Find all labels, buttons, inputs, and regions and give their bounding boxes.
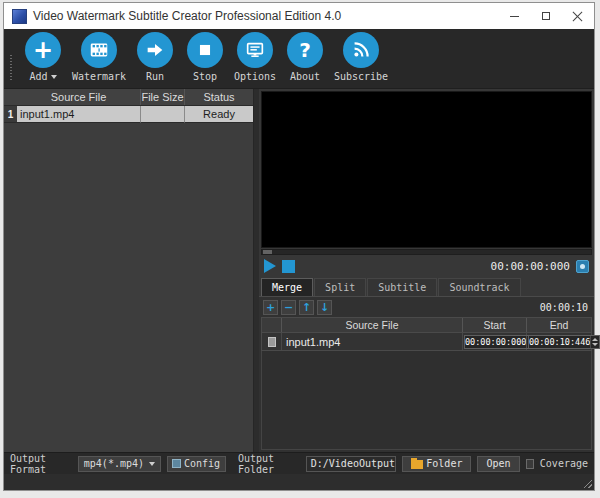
- main-toolbar: + Add Watermark Run: [4, 29, 594, 89]
- end-time-spinbox[interactable]: 00:00:10:446: [527, 333, 591, 350]
- minimize-button[interactable]: [498, 3, 530, 29]
- move-down-button[interactable]: ↓: [317, 300, 332, 315]
- start-time-value[interactable]: 00:00:00:000: [465, 337, 526, 347]
- watermark-button[interactable]: Watermark: [70, 32, 128, 82]
- coverage-label: Coverage: [540, 458, 588, 469]
- close-icon: [573, 11, 583, 21]
- open-button[interactable]: Open: [477, 456, 519, 472]
- start-time-spinbox[interactable]: 00:00:00:000: [463, 333, 527, 350]
- remove-item-button[interactable]: −: [281, 300, 296, 315]
- run-button[interactable]: Run: [132, 32, 178, 82]
- column-status[interactable]: Status: [185, 89, 253, 105]
- file-list-row[interactable]: 1 input1.mp4 Ready: [4, 106, 253, 123]
- output-bar: Output Format mp4(*.mp4) Config Output F…: [4, 452, 594, 474]
- minimize-icon: [510, 16, 519, 17]
- config-icon: [172, 459, 181, 468]
- status-strip: [4, 474, 594, 490]
- add-item-button[interactable]: +: [263, 300, 278, 315]
- folder-button[interactable]: Folder: [402, 456, 471, 472]
- window-title: Video Watermark Subtitle Creator Profess…: [33, 9, 341, 23]
- dropdown-caret-icon: [51, 75, 57, 79]
- cell-file-size[interactable]: [141, 106, 185, 123]
- app-icon: [12, 9, 27, 24]
- tab-subtitle[interactable]: Subtitle: [367, 278, 437, 296]
- add-button[interactable]: + Add: [20, 32, 66, 82]
- about-button[interactable]: ? About: [282, 32, 328, 82]
- maximize-icon: [542, 12, 550, 20]
- app-window: Video Watermark Subtitle Creator Profess…: [3, 2, 595, 491]
- play-button[interactable]: [264, 259, 276, 273]
- file-list-header: Source File File Size Status: [4, 89, 253, 106]
- merge-column-source-file[interactable]: Source File: [282, 318, 463, 332]
- source-file-panel: Source File File Size Status 1 input1.mp…: [4, 89, 254, 452]
- seek-handle[interactable]: [263, 250, 272, 254]
- output-folder-field[interactable]: D:/VideoOutput: [306, 456, 397, 472]
- folder-icon: [411, 460, 423, 469]
- merge-toolbar: + − ↑ ↓ 00:00:10: [259, 297, 594, 317]
- video-preview[interactable]: [261, 91, 592, 248]
- row-number: 1: [4, 106, 17, 123]
- merge-column-end[interactable]: End: [527, 318, 591, 332]
- coverage-checkbox[interactable]: [526, 459, 534, 469]
- move-up-button[interactable]: ↑: [299, 300, 314, 315]
- film-icon: [88, 39, 110, 61]
- merge-table-empty-area: [261, 351, 592, 450]
- options-button[interactable]: Options: [232, 32, 278, 82]
- merge-column-start[interactable]: Start: [463, 318, 527, 332]
- output-folder-value: D:/VideoOutput: [311, 458, 395, 469]
- end-time-value[interactable]: 00:00:10:446: [529, 337, 590, 347]
- output-format-value: mp4(*.mp4): [84, 458, 144, 469]
- preview-panel: 00:00:00:000 Merge Split Subtitle Soundt…: [259, 89, 594, 452]
- column-source-file[interactable]: Source File: [17, 89, 141, 105]
- seek-bar[interactable]: [261, 249, 592, 255]
- spin-up-icon[interactable]: [592, 338, 598, 341]
- config-label: Config: [184, 458, 220, 469]
- total-duration: 00:00:10: [540, 302, 588, 313]
- file-icon: [268, 337, 276, 347]
- title-bar: Video Watermark Subtitle Creator Profess…: [4, 3, 594, 29]
- main-area: Source File File Size Status 1 input1.mp…: [4, 89, 594, 452]
- monitor-icon: [244, 39, 266, 61]
- maximize-button[interactable]: [530, 3, 562, 29]
- merge-tab-content: + − ↑ ↓ 00:00:10 Source File Start End: [259, 296, 594, 452]
- cell-source-file[interactable]: input1.mp4: [17, 106, 141, 123]
- tab-bar: Merge Split Subtitle Soundtrack: [259, 277, 594, 296]
- tab-soundtrack[interactable]: Soundtrack: [438, 278, 520, 296]
- spin-down-icon[interactable]: [592, 343, 598, 346]
- dropdown-caret-icon: [149, 462, 155, 466]
- output-format-select[interactable]: mp4(*.mp4): [78, 456, 161, 472]
- column-file-size[interactable]: File Size: [141, 89, 185, 105]
- snapshot-icon[interactable]: [576, 260, 589, 273]
- window-controls: [498, 3, 594, 29]
- merge-table-header: Source File Start End: [261, 317, 592, 333]
- question-icon: ?: [299, 40, 311, 60]
- resize-grip-icon[interactable]: [581, 477, 592, 488]
- config-button[interactable]: Config: [167, 456, 226, 472]
- tab-split[interactable]: Split: [314, 278, 366, 296]
- merge-cell-source-file[interactable]: input1.mp4: [282, 333, 463, 350]
- transport-controls: 00:00:00:000: [259, 255, 594, 277]
- merge-table: Source File Start End input1.mp4 00:00:0…: [261, 317, 592, 351]
- file-list-empty-area: [4, 123, 253, 452]
- arrow-right-icon: [144, 39, 166, 61]
- cell-status[interactable]: Ready: [185, 106, 253, 123]
- close-button[interactable]: [562, 3, 594, 29]
- output-format-label: Output Format: [10, 453, 72, 475]
- current-time: 00:00:00:000: [491, 260, 570, 273]
- output-folder-label: Output Folder: [238, 453, 300, 475]
- rss-icon: [350, 39, 372, 61]
- stop-button[interactable]: Stop: [182, 32, 228, 82]
- tab-merge[interactable]: Merge: [261, 278, 313, 296]
- stop-playback-button[interactable]: [282, 260, 295, 273]
- toolbar-grip[interactable]: [10, 55, 12, 81]
- stop-icon: [194, 39, 216, 61]
- merge-table-row[interactable]: input1.mp4 00:00:00:000: [261, 333, 592, 351]
- subscribe-button[interactable]: Subscribe: [332, 32, 390, 82]
- plus-icon: +: [33, 38, 53, 62]
